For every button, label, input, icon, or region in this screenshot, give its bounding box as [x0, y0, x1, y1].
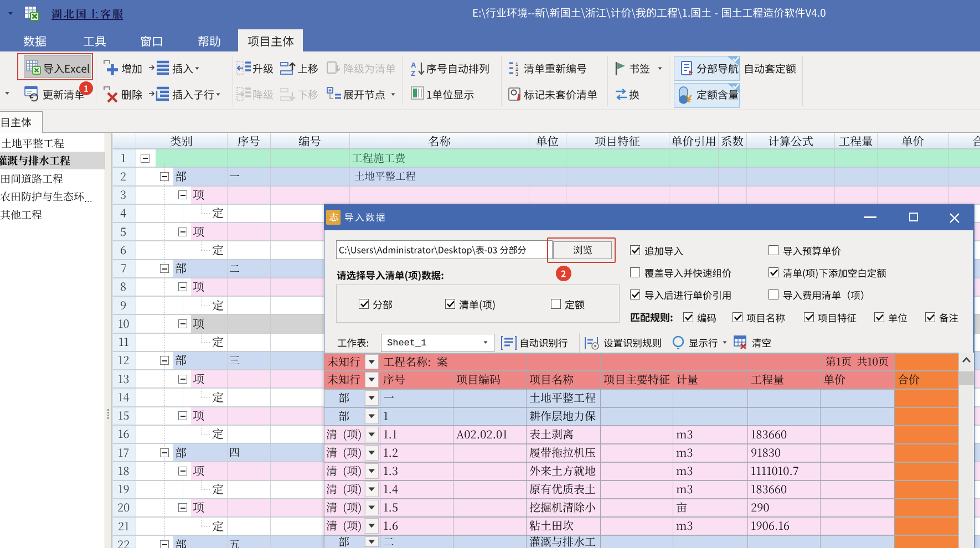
svg-text:Z: Z: [411, 69, 415, 77]
svg-text:¥: ¥: [686, 93, 692, 105]
svg-text:A: A: [411, 61, 416, 69]
svg-text:3: 3: [515, 71, 518, 76]
